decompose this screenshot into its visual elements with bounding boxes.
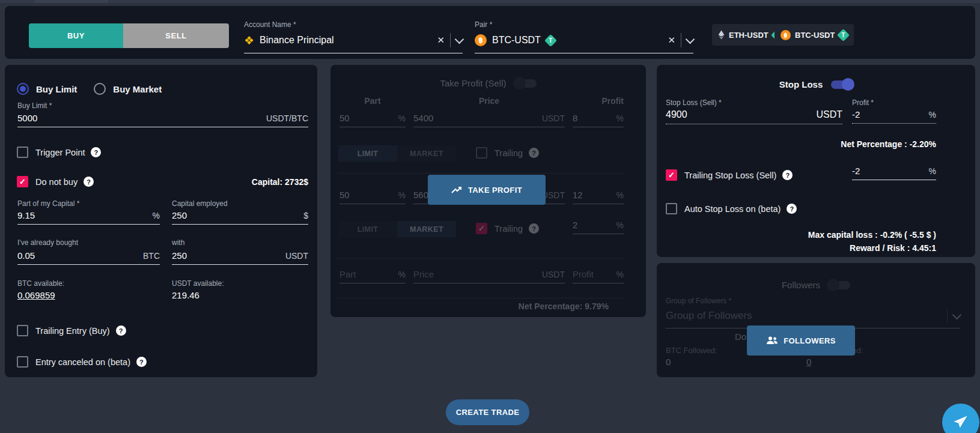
capital-employed-input[interactable]: 250 $ <box>172 210 308 225</box>
already-bought-input[interactable]: 0.05 BTC <box>17 250 160 265</box>
take-profit-title: Take Profit (Sell) <box>440 78 506 88</box>
buy-limit-price-input[interactable]: 5000 USDT/BTC <box>17 113 308 127</box>
tp-row2-trailing-checkbox[interactable]: ✓ <box>476 223 487 234</box>
tp-row2-profit-value: 12 <box>573 190 583 200</box>
tp-row1-part-unit: % <box>398 114 406 123</box>
tp-row2-part-unit: % <box>398 190 406 200</box>
followers-title-row: Followers <box>657 280 975 290</box>
tp-row3-profit-input[interactable]: Profit % <box>573 269 624 283</box>
with-amount-value: 250 <box>172 250 187 261</box>
account-chevron-down-icon[interactable] <box>455 34 464 44</box>
tp-row1-price-input[interactable]: 5400 USDT <box>413 113 565 127</box>
followers-disabled-content: Followers Group of Followers * Group of … <box>657 263 975 377</box>
group-chevron-down-icon[interactable] <box>952 310 962 319</box>
take-profit-toggle[interactable] <box>515 79 537 88</box>
tp-row3-price-input[interactable]: Price USDT <box>413 269 565 283</box>
account-clear-icon[interactable]: ✕ <box>437 35 445 46</box>
stop-loss-profit-input[interactable]: -2 % <box>852 109 936 124</box>
tp-row3-price-unit: USDT <box>542 270 565 279</box>
pair-clear-icon[interactable]: ✕ <box>668 35 675 46</box>
followers-button[interactable]: FOLLOWERS <box>747 326 855 356</box>
capital-employed-unit: $ <box>303 211 308 220</box>
stop-loss-price-unit: USDT <box>816 109 842 120</box>
tp-header-price: Price <box>413 96 565 106</box>
pair-label: Pair * <box>475 20 693 29</box>
trailing-stop-loss-input[interactable]: -2 % <box>852 166 936 180</box>
take-profit-title-row: Take Profit (Sell) <box>330 78 646 88</box>
tp-row2-profit-unit: % <box>616 190 624 200</box>
tp-row1-profit-input[interactable]: 8 % <box>573 113 624 127</box>
auto-stop-loss-help-icon[interactable]: ? <box>787 204 797 214</box>
pair-value: BTC-USDT <box>492 35 541 46</box>
do-not-buy-checkbox[interactable]: ✓ <box>17 176 28 187</box>
with-amount-input[interactable]: 250 USDT <box>172 250 308 265</box>
binance-icon: ❖ <box>244 35 254 46</box>
tp-row1-price-value: 5400 <box>413 113 433 123</box>
btc-icon: ฿ <box>475 34 487 46</box>
sell-tab[interactable]: SELL <box>123 23 229 48</box>
telegram-fab[interactable] <box>942 404 979 433</box>
trigger-point-checkbox[interactable] <box>17 147 28 158</box>
part-of-capital-label: Part of my Capital * <box>17 199 79 208</box>
buy-limit-price-unit: USDT/BTC <box>266 114 308 123</box>
usdt-followed-value[interactable]: 0 <box>806 357 811 367</box>
trailing-entry-help-icon[interactable]: ? <box>116 326 126 336</box>
stop-loss-price-input[interactable]: 4900 USDT <box>666 109 842 124</box>
tp-row2-trailing-label: Trailing <box>495 224 523 234</box>
tp-row1-profit-value: 8 <box>573 113 577 123</box>
account-select-control[interactable]: ❖ Binance Principal ✕ <box>244 33 463 53</box>
stop-loss-profit-unit: % <box>929 110 936 120</box>
auto-stop-loss-checkbox[interactable] <box>666 203 677 214</box>
take-profit-button[interactable]: TAKE PROFIT <box>428 175 546 205</box>
tp-row1-trailing-checkbox[interactable] <box>476 147 487 159</box>
window-top-strip <box>0 0 980 3</box>
divider <box>338 173 624 174</box>
pair-select: Pair * ฿ BTC-USDT T ✕ <box>475 20 693 53</box>
tp-row2-trailing-help-icon[interactable]: ? <box>529 223 539 234</box>
buy-market-radio[interactable] <box>94 83 106 95</box>
buy-tab[interactable]: BUY <box>29 23 123 48</box>
create-trade-button[interactable]: CREATE TRADE <box>446 399 529 425</box>
buy-limit-radio-label: Buy Limit <box>36 84 77 94</box>
tp-row2-trailing-value: 2 <box>573 220 577 230</box>
do-not-buy-help-icon[interactable]: ? <box>84 177 94 187</box>
stop-loss-toggle[interactable] <box>831 80 853 89</box>
group-of-followers-label: Group of Followers * <box>666 297 731 305</box>
btc-available-value[interactable]: 0.069859 <box>17 290 55 300</box>
trailing-stop-loss-help-icon[interactable]: ? <box>782 170 793 180</box>
watchlist-chip-btc-usdt[interactable]: ฿ BTC-USDT T <box>775 24 854 46</box>
followers-panel: Followers Group of Followers * Group of … <box>657 263 975 377</box>
tp-row2-trailing-percent-input[interactable]: 2 % <box>573 220 624 234</box>
tp-row3-part-unit: % <box>398 270 406 279</box>
tp-row1-part-input[interactable]: 50 % <box>339 113 406 127</box>
tp-row2-limit-tab[interactable]: LIMIT <box>338 221 397 237</box>
buy-market-radio-label: Buy Market <box>113 84 162 94</box>
trailing-entry-checkbox[interactable] <box>17 325 28 336</box>
tp-row2-profit-input[interactable]: 12 % <box>573 190 624 204</box>
tp-row1-limit-tab[interactable]: LIMIT <box>338 145 397 162</box>
part-of-capital-input[interactable]: 9.15 % <box>17 210 160 225</box>
buy-limit-radio[interactable] <box>17 83 29 95</box>
trending-up-icon <box>451 186 463 194</box>
pair-chevron-down-icon[interactable] <box>686 34 695 44</box>
trailing-stop-loss-checkbox[interactable]: ✓ <box>666 169 677 181</box>
tp-row1-trailing-help-icon[interactable]: ? <box>529 148 539 158</box>
tether-icon: T <box>544 34 557 46</box>
trigger-point-help-icon[interactable]: ? <box>91 147 101 157</box>
entry-canceled-checkbox[interactable] <box>17 356 28 368</box>
tp-row2-market-tab[interactable]: MARKET <box>397 221 456 237</box>
followers-toggle[interactable] <box>829 281 850 289</box>
tp-row3-price-placeholder: Price <box>413 269 434 279</box>
trailing-stop-loss-label: Trailing Stop Loss (Sell) <box>684 171 776 180</box>
account-label: Account Name * <box>244 20 463 29</box>
btc-followed-value: 0 <box>666 357 671 367</box>
tp-row3-part-input[interactable]: Part % <box>339 269 406 283</box>
entry-canceled-label: Entry canceled on (beta) <box>35 357 130 367</box>
stop-loss-price-label: Stop Loss (Sell) * <box>666 98 722 107</box>
entry-canceled-help-icon[interactable]: ? <box>136 357 147 367</box>
followers-partial-label: Do <box>735 332 746 342</box>
pair-select-control[interactable]: ฿ BTC-USDT T ✕ <box>475 33 693 53</box>
divider <box>338 298 624 298</box>
tp-row1-market-tab[interactable]: MARKET <box>397 145 456 162</box>
tp-row2-part-input[interactable]: 50 % <box>339 190 406 204</box>
